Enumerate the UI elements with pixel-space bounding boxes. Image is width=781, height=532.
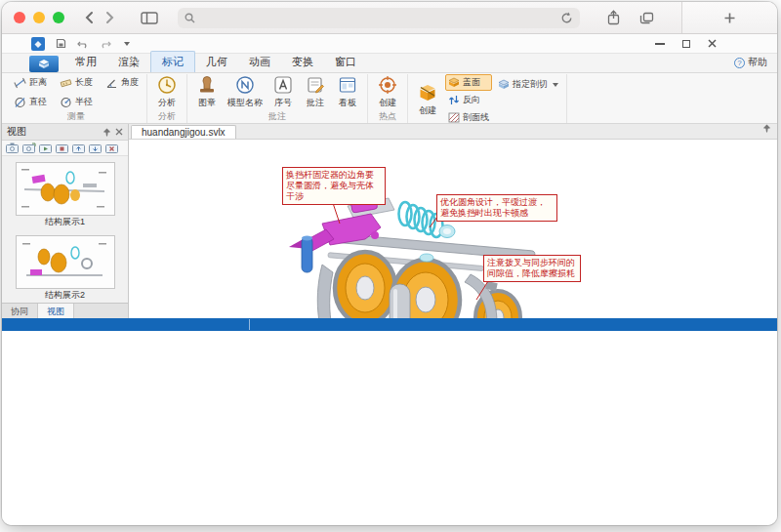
measure-length-button[interactable]: 长度 xyxy=(57,74,96,91)
measure-angle-label: 角度 xyxy=(121,76,139,89)
update-view-icon[interactable] xyxy=(22,143,36,153)
sidebar-toggle-button[interactable] xyxy=(137,12,162,24)
sidebar-toggle-icon xyxy=(141,12,158,24)
stamp-button[interactable]: 图章 xyxy=(192,74,222,110)
view-thumbnail xyxy=(16,162,115,216)
hotspot-group-label: 热点 xyxy=(373,110,402,124)
measure-angle-button[interactable]: 角度 xyxy=(103,74,142,91)
measure-diameter-button[interactable]: 直径 xyxy=(11,94,50,110)
tab-chuangkou[interactable]: 窗口 xyxy=(324,52,367,72)
target-icon xyxy=(378,75,397,95)
annotate-button[interactable]: 批注 xyxy=(301,74,330,110)
view-item-structure-1[interactable]: 结构展示1 xyxy=(7,159,123,228)
pin-icon xyxy=(762,124,771,133)
stop-views-icon[interactable] xyxy=(56,143,69,153)
browser-chrome xyxy=(2,2,777,34)
window-controls xyxy=(655,39,777,48)
kanban-label: 看板 xyxy=(339,97,356,109)
view-item-structure-2[interactable]: 结构展示2 xyxy=(7,232,123,302)
new-tab-area[interactable] xyxy=(681,2,777,33)
tab-xuanran[interactable]: 渲染 xyxy=(107,52,150,72)
view-down-icon[interactable] xyxy=(89,143,103,153)
app-minimize-icon[interactable] xyxy=(655,43,665,45)
tab-biaoji[interactable]: 标记 xyxy=(150,51,195,72)
document-tab[interactable]: huandangjigou.svlx xyxy=(131,125,236,139)
app-close-icon[interactable] xyxy=(708,39,717,48)
refresh-icon[interactable] xyxy=(560,12,573,24)
ribbon-tab-bar: 常用 渲染 标记 几何 动画 变换 窗口 ? 帮助 xyxy=(2,54,777,73)
forward-button[interactable] xyxy=(100,7,121,28)
app-menu-button[interactable] xyxy=(29,56,59,72)
measure-distance-label: 距离 xyxy=(29,76,47,89)
ribbon-group-measure: 距离 长度 角度 直径 xyxy=(6,74,147,123)
measure-group-label: 测量 xyxy=(11,110,142,124)
search-input[interactable] xyxy=(201,12,555,23)
address-bar[interactable] xyxy=(178,8,580,28)
measure-radius-button[interactable]: 半径 xyxy=(57,94,96,110)
tab-donghua[interactable]: 动画 xyxy=(238,52,281,72)
tabs-overview-icon[interactable] xyxy=(639,12,654,24)
help-button[interactable]: ? 帮助 xyxy=(734,56,777,72)
sidebar-bottom-tabs: 协同 视图 xyxy=(2,303,128,318)
note-pad-icon xyxy=(306,75,325,95)
zoom-window-button[interactable] xyxy=(53,12,64,23)
app-maximize-icon[interactable] xyxy=(682,40,690,48)
measure-radius-label: 半径 xyxy=(75,96,93,108)
hotspot-create-button[interactable]: 创建 xyxy=(373,74,402,110)
tab-jihe[interactable]: 几何 xyxy=(195,52,238,72)
view-item-label: 结构展示1 xyxy=(45,217,85,226)
section-cover-button[interactable]: 盖面 xyxy=(445,74,492,91)
thumbnail-model-image xyxy=(17,236,114,288)
sequence-number-button[interactable]: 序号 xyxy=(268,74,298,110)
measure-diameter-label: 直径 xyxy=(29,96,47,108)
back-button[interactable] xyxy=(78,7,100,28)
undo-icon[interactable] xyxy=(77,39,89,49)
close-window-button[interactable] xyxy=(14,12,25,23)
share-icon[interactable] xyxy=(607,10,620,25)
model-viewport[interactable]: 换挡杆固定器的边角要尽量圆滑，避免与壳体干涉 优化圆角设计，平缓过渡，避免换挡时… xyxy=(129,140,777,318)
minimize-window-button[interactable] xyxy=(33,12,45,23)
annotation-callout[interactable]: 优化圆角设计，平缓过渡，避免换挡时出现卡顿感 xyxy=(436,194,557,222)
assign-dropdown-icon xyxy=(553,83,558,87)
delete-view-icon[interactable] xyxy=(105,143,119,153)
tab-bianhuan[interactable]: 变换 xyxy=(281,52,324,72)
circled-n-icon xyxy=(235,75,255,95)
window-footer xyxy=(2,331,777,525)
quick-toolbar-dropdown-icon[interactable] xyxy=(124,42,130,46)
tab-views[interactable]: 视图 xyxy=(38,304,74,318)
section-assign-label: 指定剖切 xyxy=(513,78,548,91)
app-titlebar xyxy=(2,34,777,54)
document-tab-bar: huandangjigou.svlx xyxy=(129,124,777,140)
views-panel-header: 视图 xyxy=(2,124,128,141)
help-icon: ? xyxy=(734,58,745,68)
3d-model-rendering xyxy=(129,140,776,318)
view-up-icon[interactable] xyxy=(72,143,86,153)
cover-face-icon xyxy=(448,77,460,88)
redo-icon[interactable] xyxy=(100,39,111,49)
analysis-label: 分析 xyxy=(158,97,176,109)
tab-changyong[interactable]: 常用 xyxy=(64,52,107,72)
section-reverse-label: 反向 xyxy=(463,94,480,106)
pin-icon[interactable] xyxy=(103,128,111,137)
section-assign-button[interactable]: 指定剖切 xyxy=(495,76,561,93)
model-name-button[interactable]: 模型名称 xyxy=(225,74,266,110)
measure-distance-button[interactable]: 距离 xyxy=(11,74,50,91)
tabbar-pin-button[interactable] xyxy=(762,119,777,139)
annotation-callout[interactable]: 换挡杆固定器的边角要尽量圆滑，避免与壳体干涉 xyxy=(282,167,386,205)
diameter-icon xyxy=(14,97,26,108)
plus-icon xyxy=(723,12,736,24)
panel-close-icon[interactable] xyxy=(115,128,123,136)
analysis-button[interactable]: 分析 xyxy=(152,74,182,110)
circled-a-icon xyxy=(273,75,293,95)
section-reverse-button[interactable]: 反向 xyxy=(445,92,492,108)
ribbon-group-section: 创建 盖面 反向 剖面线 xyxy=(408,74,567,123)
section-create-button[interactable]: 创建 xyxy=(413,82,442,118)
kanban-board-icon xyxy=(338,75,357,95)
save-icon[interactable] xyxy=(56,38,66,49)
play-views-icon[interactable] xyxy=(39,143,53,153)
app-logo-icon xyxy=(31,37,45,51)
capture-view-icon[interactable] xyxy=(6,143,20,153)
tab-collaboration[interactable]: 协同 xyxy=(2,304,38,318)
kanban-button[interactable]: 看板 xyxy=(333,74,362,110)
annotation-callout[interactable]: 注意拨叉与同步环间的间隙值，降低摩擦损耗 xyxy=(483,255,581,282)
